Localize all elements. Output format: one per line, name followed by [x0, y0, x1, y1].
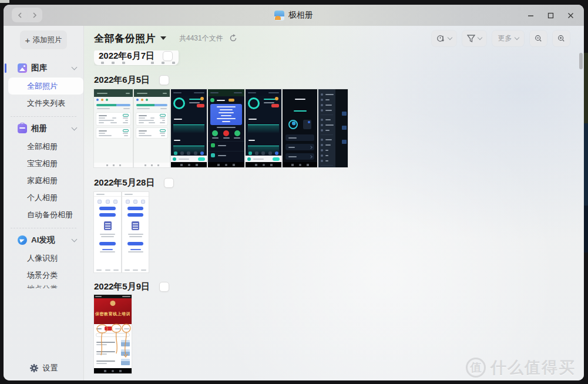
active-section-indicator: [5, 63, 6, 73]
maximize-button[interactable]: [543, 8, 558, 22]
thumbnail-graphic: [119, 370, 122, 372]
title-bar[interactable]: 极相册: [4, 5, 584, 26]
photo-thumbnail[interactable]: [94, 192, 121, 272]
thumbnail-graphic: [270, 164, 273, 166]
thumbnail-graphic: [222, 121, 230, 122]
close-button[interactable]: [563, 8, 578, 22]
photo-thumbnail[interactable]: [246, 89, 281, 167]
sidebar-section-label: AI发现: [31, 235, 55, 245]
photo-thumbnail[interactable]: [318, 89, 348, 167]
add-photos-button[interactable]: + 添加照片: [21, 31, 66, 49]
photo-thumbnail[interactable]: [122, 192, 149, 272]
thumbnail-graphic: [219, 112, 234, 113]
zoom-in-icon: [557, 34, 565, 43]
thumbnail-graphic: [98, 122, 129, 124]
thumbnail-graphic: [309, 155, 313, 159]
thumbnail-graphic: [96, 341, 116, 346]
thumbnail-graphic: [122, 200, 149, 204]
photo-thumbnail[interactable]: [208, 89, 244, 167]
sidebar-item[interactable]: 全部相册: [4, 138, 83, 155]
sidebar-item[interactable]: 自动备份相册: [4, 206, 83, 223]
thumbnail-graphic: [99, 120, 114, 121]
thumbnail-graphic: [173, 124, 204, 133]
thumbnail-graphic: [174, 119, 182, 120]
date-row: 2022年5月9日: [94, 281, 584, 292]
thumbnail-graphic: [98, 200, 102, 204]
thumbnail-graphic: [96, 353, 107, 355]
photo-thumbnail[interactable]: [283, 89, 317, 167]
thumbnail-graphic: [247, 157, 251, 161]
photo-scroll-area[interactable]: 2022年6月7日 2022年6月5日2022年5月28日2022年5月9日保密…: [84, 50, 584, 380]
thumbnail-graphic: [133, 200, 137, 204]
sidebar-item-label: 全部照片: [27, 81, 58, 92]
thumbnail-graphic: [139, 130, 147, 132]
back-button[interactable]: [13, 9, 26, 21]
thumbnail-graphic: [217, 164, 220, 166]
sort-button[interactable]: [432, 31, 456, 46]
date-label: 2022年5月9日: [94, 281, 150, 292]
zoom-in-button[interactable]: [553, 31, 570, 46]
thumbnail-graphic: [174, 140, 180, 141]
thumbnail-graphic: [321, 154, 323, 157]
more-button[interactable]: 更多: [492, 31, 524, 46]
sidebar-item[interactable]: 文件夹列表: [4, 95, 83, 112]
thumbnail-graphic: [99, 207, 116, 210]
app-window: 极相册 + 添加照片 图库全部照片文件夹列表相册全部相册: [4, 5, 584, 380]
thumbnail-graphic: [126, 93, 130, 94]
minimize-button[interactable]: [523, 8, 538, 22]
sidebar-section-header[interactable]: 图库: [4, 61, 83, 75]
thumbnail-graphic: [268, 92, 279, 93]
thumbnail-graphic: [294, 110, 307, 112]
date-select-checkbox[interactable]: [164, 178, 174, 188]
thumbnail-graphic: [94, 200, 121, 204]
scrollbar-thumb[interactable]: [579, 53, 583, 69]
sidebar-item[interactable]: 场景分类: [4, 267, 83, 284]
thumbnail-graphic: [149, 122, 155, 123]
thumbnail-graphic: [96, 351, 116, 355]
filter-button[interactable]: [462, 31, 486, 46]
sidebar-section-header[interactable]: 相册: [4, 122, 83, 136]
thumbnail-graphic: [94, 349, 132, 356]
forward-button[interactable]: [28, 9, 41, 21]
thumbnail-graphic: [100, 234, 115, 235]
sidebar-item[interactable]: 个人相册: [4, 189, 83, 206]
zoom-out-button[interactable]: [530, 31, 547, 46]
thumbnail-graphic: [96, 270, 102, 271]
date-select-checkbox[interactable]: [159, 282, 169, 292]
thumbnail-graphic: [255, 164, 257, 166]
refresh-icon[interactable]: [229, 34, 237, 42]
thumbnail-graphic: [151, 164, 153, 166]
thumbnail-graphic: [194, 92, 204, 93]
date-select-checkbox[interactable]: [159, 75, 169, 85]
sidebar-section-header[interactable]: AI发现: [4, 233, 83, 247]
photo-thumbnail[interactable]: [171, 89, 207, 167]
thumbnail-graphic: [288, 137, 297, 139]
thumbnail-graphic: [255, 151, 258, 155]
sidebar-item[interactable]: 地点分类: [4, 284, 83, 288]
sidebar-item[interactable]: 全部照片: [8, 78, 83, 95]
thumbnail-graphic: [134, 163, 170, 167]
sidebar-item[interactable]: 宝宝相册: [4, 155, 83, 172]
sidebar-item[interactable]: 人像识别: [4, 250, 83, 267]
date-select-checkbox[interactable]: [163, 51, 173, 61]
photo-thumbnail[interactable]: [134, 89, 170, 167]
thumbnail-graphic: [94, 97, 133, 101]
date-label: 2022年6月5日: [94, 75, 150, 86]
thumbnail-graphic: [318, 92, 335, 97]
thumbnail-graphic: [94, 340, 132, 346]
view-dropdown-icon[interactable]: [160, 36, 166, 40]
photo-thumbnail[interactable]: [94, 89, 133, 167]
thumbnail-graphic: [223, 137, 230, 139]
file-count: 共4431个文件: [179, 33, 223, 43]
thumbnail-graphic: [160, 122, 165, 123]
thumbnail-graphic: [96, 360, 116, 365]
thumbnail-graphic: [335, 89, 348, 167]
sidebar-divider: [11, 228, 76, 228]
thumbnail-graphic: [285, 144, 314, 150]
sidebar-item[interactable]: 家庭相册: [4, 172, 83, 189]
photo-thumbnail[interactable]: 保密教育线上培训: [94, 295, 132, 373]
thumbnail-graphic: [96, 344, 107, 345]
thumbnail-graphic: [139, 115, 147, 116]
settings-button[interactable]: 设置: [4, 363, 83, 373]
thumbnail-graphic: [318, 97, 335, 102]
